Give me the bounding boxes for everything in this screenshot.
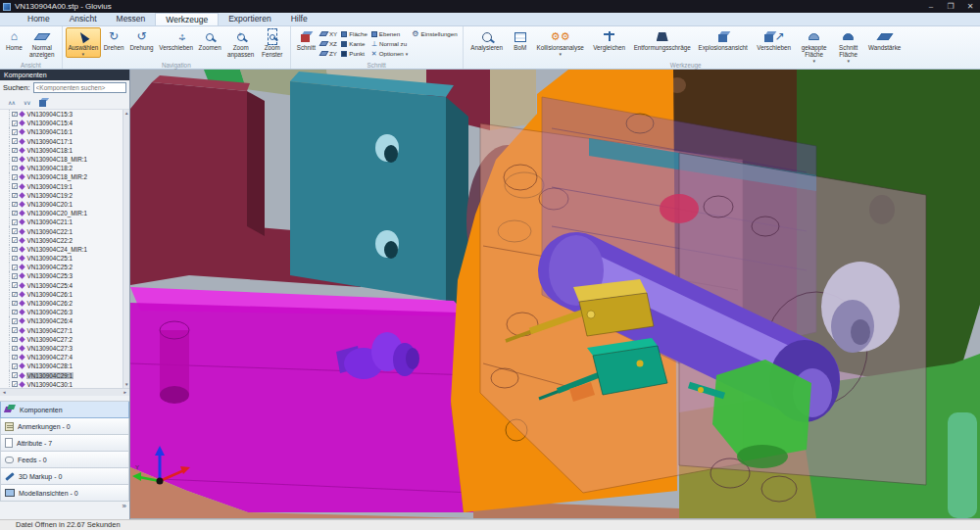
panel-tab-anmerkungen[interactable]: Anmerkungen - 0 xyxy=(0,418,129,435)
schnitt-flaeche-button[interactable]: Schnitt Fläche ▾ xyxy=(833,27,864,65)
tree-item[interactable]: VN130904C18:1 xyxy=(9,146,129,155)
checkbox-icon[interactable] xyxy=(12,256,18,262)
wandstaerke-button[interactable]: Wandstärke xyxy=(864,27,906,54)
checkbox-icon[interactable] xyxy=(12,327,18,333)
expand-all-icon[interactable]: ∨∨ xyxy=(24,99,30,106)
checkbox-icon[interactable] xyxy=(12,337,18,343)
tree-item[interactable]: VN130904C25:2 xyxy=(9,263,129,271)
checkbox-icon[interactable] xyxy=(12,301,18,307)
home-button[interactable]: ⌂ Home xyxy=(3,27,25,54)
tree-item[interactable]: VN130904C25:3 xyxy=(9,271,129,280)
checkbox-icon[interactable] xyxy=(12,183,18,189)
collapse-all-icon[interactable]: ∧∧ xyxy=(8,99,15,106)
snap-punkt-button[interactable]: Punkt xyxy=(341,49,368,58)
scroll-right-icon[interactable]: ► xyxy=(123,390,127,395)
tree-item[interactable]: VN130904C24_MIR:1 xyxy=(9,245,129,254)
close-button[interactable]: ✕ xyxy=(960,0,980,13)
checkbox-icon[interactable] xyxy=(12,310,18,315)
tree-item[interactable]: VN130904C26:4 xyxy=(9,316,129,325)
checkbox-icon[interactable] xyxy=(12,318,18,324)
snap-kante-button[interactable]: Kante xyxy=(341,39,368,48)
tab-exportieren[interactable]: Exportieren xyxy=(219,13,280,25)
ebenen-button[interactable]: Ebenen xyxy=(371,29,409,38)
scroll-up-icon[interactable]: ▲ xyxy=(124,111,128,116)
checkbox-icon[interactable] xyxy=(12,120,18,126)
checkbox-icon[interactable] xyxy=(12,247,18,253)
tree-item[interactable]: VN130904C18:2 xyxy=(9,164,129,172)
tree-item[interactable]: VN130904C25:1 xyxy=(9,254,129,263)
panel-tab-feeds[interactable]: Feeds - 0 xyxy=(0,452,129,468)
panel-tab-komponenten[interactable]: Komponenten xyxy=(0,402,129,418)
einstellungen-button[interactable]: ⚙Einstellungen xyxy=(412,29,457,38)
checkbox-icon[interactable] xyxy=(12,273,18,279)
checkbox-icon[interactable] xyxy=(12,202,18,208)
schnitt-button[interactable]: Schnitt xyxy=(294,27,318,54)
tree-item[interactable]: VN130904C29:1 xyxy=(9,370,129,379)
checkbox-icon[interactable] xyxy=(12,265,18,270)
tree-item[interactable]: VN130904C18_MIR:1 xyxy=(9,155,129,164)
tab-hilfe[interactable]: Hilfe xyxy=(281,13,318,25)
snap-flaeche-button[interactable]: Fläche xyxy=(341,29,368,38)
checkbox-icon[interactable] xyxy=(12,157,18,163)
tree-item[interactable]: VN130904C26:1 xyxy=(9,290,129,299)
explosionsansicht-button[interactable]: Explosionsansicht xyxy=(694,27,753,54)
model-cube-icon[interactable] xyxy=(39,98,48,107)
tab-ansicht[interactable]: Ansicht xyxy=(60,13,107,25)
tree-item[interactable]: VN130904C22:2 xyxy=(9,236,129,245)
tree-vertical-scrollbar[interactable]: ▲ ▼ xyxy=(122,110,129,388)
panel-tab-3d-markup[interactable]: 3D Markup - 0 xyxy=(0,468,129,485)
checkbox-icon[interactable] xyxy=(12,193,18,199)
checkbox-icon[interactable] xyxy=(12,363,18,369)
checkbox-icon[interactable] xyxy=(12,166,18,171)
panel-tab-attribute[interactable]: Attribute - 7 xyxy=(0,435,129,452)
tree-item[interactable]: VN130904C25:4 xyxy=(9,281,129,290)
verschieben-tool-button[interactable]: ↗ Verschieben xyxy=(753,27,796,54)
tree-item[interactable]: VN130904C19:2 xyxy=(9,191,129,200)
section-zy-toggle[interactable]: ZY xyxy=(320,49,337,58)
tree-horizontal-scrollbar[interactable]: ◄ ► xyxy=(0,388,129,396)
maximize-button[interactable]: ❐ xyxy=(941,0,960,13)
section-xy-toggle[interactable]: XY xyxy=(320,29,337,38)
analysieren-button[interactable]: Analysieren xyxy=(466,27,508,54)
kollisionsanalyse-button[interactable]: ⚙⚙ Kollisionsanalyse ▾ xyxy=(533,27,588,58)
checkbox-icon[interactable] xyxy=(12,372,18,378)
drehung-button[interactable]: ↺ Drehung xyxy=(126,27,156,54)
tree-item[interactable]: VN130904C20_MIR:1 xyxy=(9,209,129,217)
tree-item[interactable]: VN130904C26:3 xyxy=(9,308,129,316)
checkbox-icon[interactable] xyxy=(12,381,18,387)
tree-item[interactable]: VN130904C21:1 xyxy=(9,217,129,226)
tree-item[interactable]: VN130904C18_MIR:2 xyxy=(9,172,129,181)
panel-tab-modellansichten[interactable]: Modellansichten - 0 xyxy=(0,485,129,502)
checkbox-icon[interactable] xyxy=(12,148,18,154)
optionen-button[interactable]: ✕Optionen▾ xyxy=(371,49,409,58)
zoom-fenster-button[interactable]: Zoom Fenster xyxy=(258,27,287,61)
checkbox-icon[interactable] xyxy=(12,138,18,144)
tree-item[interactable]: VN130904C26:2 xyxy=(9,299,129,308)
tree-item[interactable]: VN130904C19:1 xyxy=(9,182,129,191)
checkbox-icon[interactable] xyxy=(12,174,18,180)
search-input[interactable] xyxy=(33,82,126,93)
vergleichen-button[interactable]: Vergleichen xyxy=(588,27,631,54)
tree-item[interactable]: VN130904C28:1 xyxy=(9,361,129,370)
checkbox-icon[interactable] xyxy=(12,129,18,135)
zoomen-button[interactable]: Zoomen xyxy=(196,27,224,54)
checkbox-icon[interactable] xyxy=(12,282,18,288)
entformungsschraege-button[interactable]: Entformungsschräge xyxy=(631,27,694,54)
minimize-button[interactable]: – xyxy=(921,0,941,13)
normal-zu-button[interactable]: ⊥Normal zu xyxy=(371,39,409,48)
tree-item[interactable]: VN130904C15:3 xyxy=(9,110,129,119)
normal-anzeigen-button[interactable]: Normal anzeigen xyxy=(25,27,59,61)
tree-item[interactable]: VN130904C17:1 xyxy=(9,137,129,146)
checkbox-icon[interactable] xyxy=(12,355,18,361)
tree-item[interactable]: VN130904C27:4 xyxy=(9,353,129,361)
tab-messen[interactable]: Messen xyxy=(107,13,156,25)
tree-item[interactable]: VN130904C15:4 xyxy=(9,119,129,127)
tree-item[interactable]: VN130904C22:1 xyxy=(9,226,129,235)
checkbox-icon[interactable] xyxy=(12,219,18,225)
checkbox-icon[interactable] xyxy=(12,237,18,243)
panel-overflow-icon[interactable]: » xyxy=(122,502,126,510)
checkbox-icon[interactable] xyxy=(12,112,18,118)
tree-item[interactable]: VN130904C20:1 xyxy=(9,200,129,209)
bom-button[interactable]: BoM xyxy=(508,27,533,54)
gekappte-flaeche-button[interactable]: gekappte Fläche ▾ xyxy=(796,27,833,65)
